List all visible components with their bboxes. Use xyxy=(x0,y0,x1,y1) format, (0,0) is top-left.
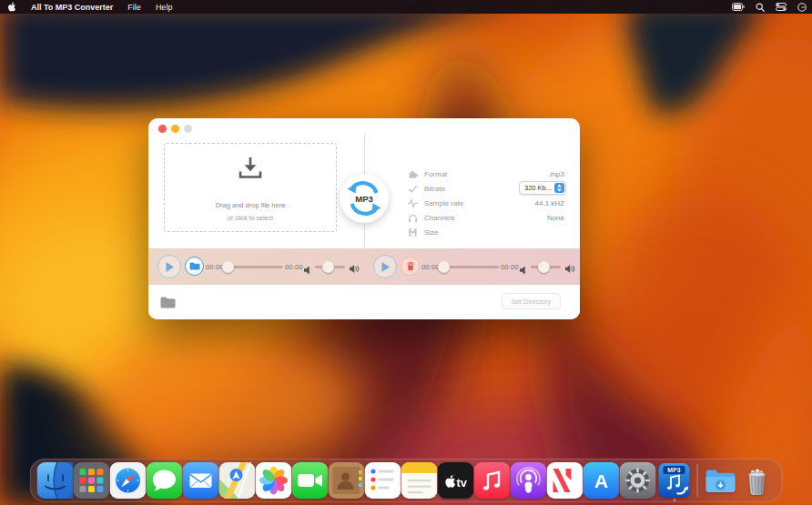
running-indicator xyxy=(54,499,56,501)
headphones-icon xyxy=(408,213,418,223)
tv-label: tv xyxy=(457,476,468,490)
volume-low-icon xyxy=(520,262,527,278)
samplerate-value: 44.1 kHZ xyxy=(535,199,564,207)
apple-menu[interactable] xyxy=(0,2,24,12)
badge-label: MP3 xyxy=(355,194,373,204)
menu-help[interactable]: Help xyxy=(148,3,180,12)
dock: tv A MP3 xyxy=(30,459,783,502)
player-source: 00:00 00:00 xyxy=(148,248,364,285)
menu-file[interactable]: File xyxy=(120,3,148,12)
setting-label: Channels xyxy=(424,214,455,222)
dock-item-facetime[interactable] xyxy=(292,462,329,499)
setting-label: Format xyxy=(424,170,447,178)
dock-item-trash[interactable] xyxy=(739,462,776,499)
dock-item-news[interactable] xyxy=(547,462,584,499)
zoom-button[interactable] xyxy=(184,125,192,133)
format-value: .mp3 xyxy=(548,170,564,178)
setting-row-samplerate: Sample rate 44.1 kHZ xyxy=(406,197,566,211)
stepper-icon xyxy=(554,183,564,194)
menubar-app-name[interactable]: All To MP3 Converter xyxy=(24,3,120,12)
battery-icon[interactable] xyxy=(726,3,750,11)
volume-thumb[interactable] xyxy=(322,261,334,273)
setting-row-size: Size xyxy=(406,226,566,240)
save-icon xyxy=(408,227,418,237)
apple-logo-icon xyxy=(7,2,16,12)
dock-item-mail[interactable] xyxy=(183,462,219,499)
dropzone-line1: Drag and drop file here xyxy=(165,201,336,209)
download-icon xyxy=(235,156,266,183)
delete-button[interactable] xyxy=(401,257,420,276)
puzzle-icon xyxy=(408,169,418,179)
total-time: 00:00 xyxy=(501,263,519,271)
seek-thumb[interactable] xyxy=(438,261,450,273)
setting-label: Sample rate xyxy=(424,199,463,207)
dock-item-launchpad[interactable] xyxy=(74,462,110,499)
channels-value: None xyxy=(547,214,564,222)
dock-item-podcasts[interactable] xyxy=(511,462,547,499)
seek-thumb[interactable] xyxy=(222,261,234,273)
window-controls xyxy=(158,125,192,133)
elapsed-time: 00:00 xyxy=(421,263,440,271)
seek-slider[interactable] xyxy=(225,266,283,268)
dock-divider xyxy=(697,464,698,497)
play-button[interactable] xyxy=(373,255,397,278)
player-output: 00:00 00:00 xyxy=(364,248,580,285)
waveform-icon xyxy=(408,198,418,208)
setting-row-bitrate: Bitrate 320 Kb... xyxy=(406,182,566,197)
dock-item-contacts[interactable] xyxy=(329,462,365,499)
clock-icon[interactable] xyxy=(792,3,812,12)
dock-item-appstore[interactable]: A xyxy=(584,462,620,499)
dock-item-photos[interactable] xyxy=(256,462,292,499)
spotlight-search-icon[interactable] xyxy=(750,3,770,12)
converter-window: Drag and drop file here or click to sele… xyxy=(148,118,580,319)
settings-panel: Format .mp3 Bitrate 320 Kb... Sample rat… xyxy=(406,118,566,248)
volume-low-icon xyxy=(304,262,311,278)
setting-row-format: Format .mp3 xyxy=(406,167,566,182)
volume-thumb[interactable] xyxy=(538,261,550,273)
play-icon xyxy=(164,261,175,273)
volume-high-icon xyxy=(565,261,575,278)
dock-item-downloads[interactable] xyxy=(703,462,739,499)
control-center-icon[interactable] xyxy=(770,3,792,11)
bitrate-select[interactable]: 320 Kb... xyxy=(519,181,566,195)
dock-item-reminders[interactable] xyxy=(365,462,401,499)
volume-slider[interactable] xyxy=(315,266,345,268)
dock-item-mp3-converter[interactable]: MP3 xyxy=(656,462,693,499)
convert-badge: MP3 xyxy=(340,174,389,223)
volume-high-icon xyxy=(350,261,360,278)
dropzone-line2: or click to select xyxy=(165,215,336,221)
minimize-button[interactable] xyxy=(171,125,179,133)
desktop: All To MP3 Converter File Help xyxy=(0,0,812,505)
dock-item-music[interactable] xyxy=(474,462,511,499)
dock-item-maps[interactable] xyxy=(219,462,256,499)
window-footer: Set Directory xyxy=(148,285,580,319)
total-time: 00:00 xyxy=(285,263,303,271)
seek-slider[interactable] xyxy=(441,266,499,268)
close-button[interactable] xyxy=(158,125,167,133)
player-bar: 00:00 00:00 00:00 xyxy=(148,248,580,285)
dock-item-messages[interactable] xyxy=(147,462,183,499)
dock-item-notes[interactable] xyxy=(401,462,438,499)
setting-label: Size xyxy=(424,228,439,237)
menubar: All To MP3 Converter File Help xyxy=(0,0,812,14)
dropzone[interactable]: Drag and drop file here or click to sele… xyxy=(164,143,337,232)
elapsed-time: 00:00 xyxy=(206,263,224,271)
dock-item-safari[interactable] xyxy=(110,462,147,499)
setting-row-channels: Channels None xyxy=(406,211,566,226)
dock-item-finder[interactable] xyxy=(37,462,74,499)
open-file-button[interactable] xyxy=(185,257,204,276)
bitrate-value: 320 Kb... xyxy=(524,184,554,192)
output-folder-icon[interactable] xyxy=(160,296,176,312)
running-indicator xyxy=(673,499,675,501)
dock-item-settings[interactable] xyxy=(620,462,656,499)
dock-item-tv[interactable]: tv xyxy=(438,462,474,499)
trash-icon xyxy=(406,261,415,271)
mp3-label: MP3 xyxy=(667,467,681,473)
setting-label: Bitrate xyxy=(424,185,445,193)
volume-slider[interactable] xyxy=(531,266,561,268)
play-icon xyxy=(380,261,391,273)
play-button[interactable] xyxy=(157,255,181,278)
check-icon xyxy=(408,184,418,194)
set-directory-button[interactable]: Set Directory xyxy=(502,293,561,309)
folder-icon xyxy=(189,262,200,270)
